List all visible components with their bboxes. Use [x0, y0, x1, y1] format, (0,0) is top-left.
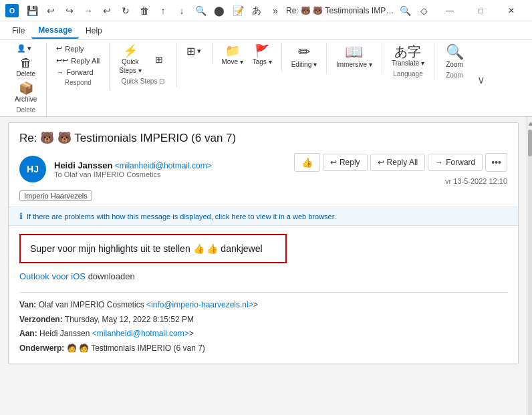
subject-text: Re: 🐻 🐻 Testimonials IMPERIO (6 van 7) — [19, 131, 236, 145]
meta-sent: Verzonden: Thursday, May 12, 2022 8:15:5… — [19, 313, 507, 327]
save-button[interactable]: 💾 — [24, 3, 40, 19]
move-button[interactable]: ⊞ ▾ — [182, 43, 207, 59]
language-group-label: Language — [393, 70, 423, 78]
forward-ribbon-button[interactable]: → Forward — [52, 67, 104, 78]
immersive-button[interactable]: 📖 Immersive ▾ — [332, 43, 376, 70]
email-meta: Van: Olaf van IMPERIO Cosmetics <info@im… — [19, 298, 507, 356]
forward-action-button[interactable]: → Forward — [428, 154, 483, 171]
from-email[interactable]: <info@imperio-haarvezels.nl> — [146, 300, 253, 309]
more-actions-button[interactable]: ••• — [485, 153, 507, 172]
download-link-line: Outlook voor iOS downloaden — [19, 271, 507, 281]
tags-icon: 🚩 — [255, 45, 269, 57]
forward-action-icon: → — [435, 158, 443, 167]
zoom-button[interactable]: 🔍 Zoom — [442, 43, 468, 70]
sent-value: Thursday, May 12, 2022 8:15:52 PM — [65, 315, 194, 324]
to-email[interactable]: <milanheidi@hotmail.com> — [92, 329, 189, 338]
undo3-button[interactable]: ↩ — [99, 3, 115, 19]
quick-steps-button[interactable]: ⚡ Quick Steps ▾ — [115, 43, 145, 76]
sender-row: HJ Heidi Janssen <milanheidi@hotmail.com… — [19, 153, 507, 185]
reply-button[interactable]: ↩ Reply — [323, 154, 368, 171]
translate-icon: あ字 — [394, 45, 421, 58]
zoom-group-label: Zoom — [446, 72, 463, 79]
delete-group-label: Delete — [16, 106, 35, 114]
circle-button[interactable]: ⬤ — [211, 3, 227, 19]
to-value: Heidi Janssen — [39, 329, 90, 338]
email-tag[interactable]: Imperio Haarvezels — [19, 190, 92, 201]
diamond-button[interactable]: ◇ — [416, 3, 432, 19]
reply-icon: ↩ — [56, 44, 62, 53]
maximize-button[interactable]: □ — [465, 0, 496, 21]
quick-steps-icon: ⚡ — [123, 45, 138, 57]
redo2-button[interactable]: ↻ — [118, 3, 134, 19]
tags-button[interactable]: 🚩 Tags ▾ — [249, 43, 276, 67]
main-layout: Re: 🐻 🐻 Testimonials IMPERIO (6 van 7) H… — [0, 117, 532, 415]
search-tb-button[interactable]: 🔍 — [192, 3, 209, 19]
menu-help[interactable]: Help — [79, 23, 109, 38]
compose-button[interactable]: 📝 — [230, 3, 246, 19]
scroll-thumb[interactable] — [528, 130, 532, 156]
email-body: Super voor mijn highlights uit te stelle… — [9, 226, 518, 364]
delete-tb-button[interactable]: 🗑 — [136, 3, 152, 19]
reply-ribbon-button[interactable]: ↩ Reply — [52, 43, 104, 54]
translate-button[interactable]: あ字 Translate ▾ — [388, 43, 428, 69]
editing-button[interactable]: ✏ Editing ▾ — [287, 43, 321, 70]
reply-all-ribbon-button[interactable]: ↩↩ Reply All — [52, 55, 104, 66]
quicksteps-group-label: Quick Steps ⊡ — [121, 78, 164, 85]
ribbon-expand-button[interactable]: ∨ — [475, 71, 488, 89]
message-text: Super voor mijn highlights uit te stelle… — [30, 243, 263, 254]
title-bar: O 💾 ↩ ↩ → ↩ ↻ 🗑 ↑ ↓ 🔍 ⬤ 📝 あ » Re: 🐻 🐻 Te… — [0, 0, 532, 21]
ribbon-combo-btn[interactable]: 👤 ▾ — [14, 43, 38, 54]
email-area[interactable]: Re: 🐻 🐻 Testimonials IMPERIO (6 van 7) H… — [0, 117, 527, 415]
info-icon: ℹ — [19, 211, 23, 221]
meta-subject: Onderwerp: 🧑 🧑 Testimonials IMPERIO (6 v… — [19, 341, 507, 356]
sender-to: To Olaf van IMPERIO Cosmetics — [54, 170, 286, 178]
sender-email[interactable]: <milanheidi@hotmail.com> — [115, 161, 212, 170]
quick-steps-grid-button[interactable]: ⊞ — [147, 53, 171, 66]
translate-tb-button[interactable]: あ — [249, 3, 265, 19]
search-window-button[interactable]: 🔍 — [397, 3, 413, 19]
sent-label: Verzonden: — [19, 315, 63, 324]
move-icon: 📁 — [225, 45, 240, 57]
ribbon-group-respond: ↩ Reply ↩↩ Reply All → Forward Respond — [47, 43, 110, 89]
app-icon: O — [5, 4, 19, 17]
email-card: Re: 🐻 🐻 Testimonials IMPERIO (6 van 7) H… — [8, 122, 519, 364]
more-tb-button[interactable]: » — [267, 3, 283, 19]
redo-button[interactable]: → — [80, 3, 96, 19]
to-label: Aan: — [19, 329, 37, 338]
reply-all-button[interactable]: ↩ Reply All — [370, 154, 426, 171]
download-text: downloaden — [88, 271, 135, 281]
undo-button[interactable]: ↩ — [43, 3, 59, 19]
sender-name-line: Heidi Janssen <milanheidi@hotmail.com> — [54, 160, 286, 170]
menu-message[interactable]: Message — [31, 23, 79, 39]
from-label: Van: — [19, 300, 36, 309]
delete-group-buttons: 👤 ▾ 🗑 Delete 📦 Archive — [11, 43, 41, 105]
reply-all-icon: ↩↩ — [56, 56, 68, 65]
move-large-button[interactable]: 📁 Move ▾ — [218, 43, 247, 67]
ribbon-group-editing: ✏ Editing ▾ — [282, 43, 327, 74]
forward-icon: → — [56, 68, 63, 76]
info-text: If there are problems with how this mess… — [27, 213, 336, 221]
window-title: Re: 🐻 🐻 Testimonials IMPERIO (6 van 7) — [286, 6, 394, 15]
email-header: Re: 🐻 🐻 Testimonials IMPERIO (6 van 7) H… — [9, 123, 518, 207]
download-link[interactable]: Outlook voor iOS — [19, 271, 86, 281]
respond-group-label: Respond — [65, 79, 92, 86]
meta-to: Aan: Heidi Janssen <milanheidi@hotmail.c… — [19, 327, 507, 341]
delete-button[interactable]: 🗑 Delete — [12, 55, 40, 80]
minimize-button[interactable]: — — [434, 0, 465, 21]
close-button[interactable]: ✕ — [496, 0, 527, 21]
scrollbar[interactable]: ▲ ▼ — [527, 117, 532, 415]
email-timestamp: vr 13-5-2022 12:10 — [445, 177, 507, 185]
menu-file[interactable]: File — [5, 23, 31, 38]
like-button[interactable]: 👍 — [294, 153, 320, 172]
move-up-button[interactable]: ↑ — [155, 3, 171, 19]
archive-button[interactable]: 📦 Archive — [11, 80, 41, 105]
move-down-button[interactable]: ↓ — [174, 3, 190, 19]
undo2-button[interactable]: ↩ — [61, 3, 78, 19]
info-bar[interactable]: ℹ If there are problems with how this me… — [9, 207, 518, 226]
email-actions: 👍 ↩ Reply ↩ Reply All → — [294, 153, 507, 172]
ribbon-group-delete: 👤 ▾ 🗑 Delete 📦 Archive Delete — [5, 43, 47, 116]
reply-action-icon: ↩ — [330, 158, 337, 167]
zoom-icon: 🔍 — [446, 45, 464, 59]
sender-info: Heidi Janssen <milanheidi@hotmail.com> T… — [54, 160, 286, 178]
scroll-up-arrow[interactable]: ▲ — [527, 118, 532, 128]
